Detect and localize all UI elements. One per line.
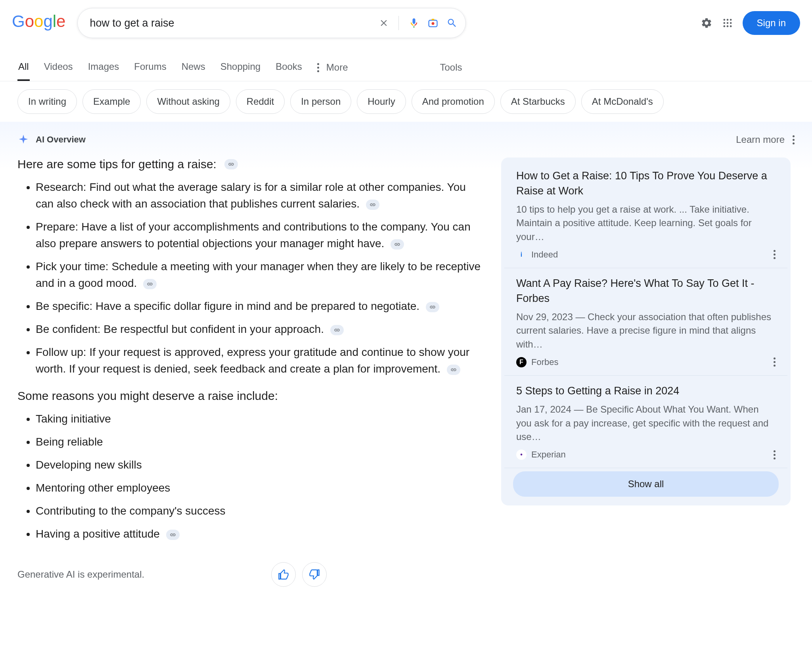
thumbs-up-button[interactable] — [271, 562, 296, 587]
svg-point-1 — [432, 22, 435, 25]
citation-icon[interactable] — [224, 159, 238, 169]
reason-item: Being reliable — [36, 434, 485, 450]
experimental-text: Generative AI is experimental. — [17, 569, 144, 580]
svg-point-11 — [730, 25, 732, 27]
tools-link[interactable]: Tools — [440, 62, 462, 73]
search-icon[interactable] — [446, 17, 458, 29]
tip-item: Prepare: Have a list of your accomplishm… — [36, 219, 485, 252]
ai-overview-section: AI Overview Learn more Here are some tip… — [0, 122, 812, 599]
tab-more[interactable]: More — [316, 54, 349, 81]
source-cards: How to Get a Raise: 10 Tips To Prove You… — [501, 158, 791, 505]
header: Google Sign in — [0, 0, 812, 42]
thumbs-down-button[interactable] — [302, 562, 327, 587]
tab-shopping[interactable]: Shopping — [220, 54, 261, 81]
source-card[interactable]: How to Get a Raise: 10 Tips To Prove You… — [504, 161, 787, 268]
tab-forums[interactable]: Forums — [133, 54, 167, 81]
chip-without-asking[interactable]: Without asking — [146, 89, 230, 114]
chip-in-writing[interactable]: In writing — [17, 89, 77, 114]
chip-in-person[interactable]: In person — [290, 89, 351, 114]
tab-all[interactable]: All — [17, 54, 30, 81]
source-card[interactable]: 5 Steps to Getting a Raise in 2024 Jan 1… — [504, 376, 787, 468]
tab-books[interactable]: Books — [275, 54, 303, 81]
apps-icon[interactable] — [722, 17, 733, 29]
learn-more-link[interactable]: Learn more — [736, 134, 785, 145]
tip-item: Be confident: Be respectful but confiden… — [36, 321, 485, 338]
chip-reddit[interactable]: Reddit — [236, 89, 285, 114]
reason-item: Taking initiative — [36, 411, 485, 427]
card-snippet: Jan 17, 2024 — Be Specific About What Yo… — [516, 403, 776, 444]
svg-point-3 — [723, 19, 725, 21]
svg-point-7 — [726, 22, 728, 24]
tabs-row: AllVideosImagesForumsNewsShoppingBooksMo… — [0, 54, 812, 81]
card-source: Forbes — [531, 357, 558, 367]
citation-icon[interactable] — [391, 239, 404, 250]
card-source: Experian — [531, 450, 566, 460]
tip-item: Research: Find out what the average sala… — [36, 179, 485, 212]
settings-icon[interactable] — [701, 17, 712, 29]
tab-news[interactable]: News — [181, 54, 206, 81]
card-title: How to Get a Raise: 10 Tips To Prove You… — [516, 169, 776, 199]
citation-icon[interactable] — [143, 279, 157, 289]
ai-overview-title: AI Overview — [36, 134, 86, 145]
divider — [398, 16, 399, 30]
source-favicon: F — [516, 357, 527, 367]
svg-point-10 — [726, 25, 728, 27]
svg-rect-2 — [432, 19, 435, 21]
search-icons — [379, 16, 458, 30]
tab-videos[interactable]: Videos — [43, 54, 74, 81]
card-menu-icon[interactable] — [774, 250, 776, 259]
card-menu-icon[interactable] — [774, 450, 776, 459]
svg-point-9 — [723, 25, 725, 27]
reason-item: Having a positive attitude — [36, 526, 485, 542]
show-all-button[interactable]: Show all — [513, 471, 779, 497]
search-box[interactable] — [77, 8, 466, 38]
citation-icon[interactable] — [330, 325, 344, 335]
clear-icon[interactable] — [379, 18, 389, 28]
citation-icon[interactable] — [166, 530, 180, 540]
tip-item: Be specific: Have a specific dollar figu… — [36, 298, 485, 315]
tab-images[interactable]: Images — [87, 54, 120, 81]
reason-item: Contributing to the company's success — [36, 503, 485, 519]
chip-and-promotion[interactable]: And promotion — [412, 89, 495, 114]
card-title: 5 Steps to Getting a Raise in 2024 — [516, 384, 776, 399]
citation-icon[interactable] — [366, 200, 379, 210]
voice-search-icon[interactable] — [408, 17, 419, 29]
ai-reasons-heading: Some reasons you might deserve a raise i… — [17, 389, 485, 403]
sparkle-icon — [17, 134, 29, 146]
ai-intro-heading: Here are some tips for getting a raise: — [17, 158, 485, 171]
tip-item: Pick your time: Schedule a meeting with … — [36, 258, 485, 292]
signin-button[interactable]: Sign in — [743, 11, 800, 35]
search-input[interactable] — [90, 17, 379, 29]
ai-overview-header: AI Overview Learn more — [17, 134, 795, 146]
more-options-icon[interactable] — [793, 135, 795, 144]
svg-point-5 — [730, 19, 732, 21]
card-menu-icon[interactable] — [774, 357, 776, 367]
reasons-list: Taking initiativeBeing reliableDevelopin… — [17, 411, 485, 542]
card-source: Indeed — [531, 250, 558, 260]
card-snippet: Nov 29, 2023 — Check your association th… — [516, 310, 776, 352]
chip-at-starbucks[interactable]: At Starbucks — [500, 89, 576, 114]
svg-point-4 — [726, 19, 728, 21]
header-right: Sign in — [701, 11, 800, 35]
citation-icon[interactable] — [447, 365, 460, 375]
card-title: Want A Pay Raise? Here's What To Say To … — [516, 276, 776, 306]
card-footer: i Indeed — [516, 250, 776, 260]
tabs: AllVideosImagesForumsNewsShoppingBooksMo… — [17, 54, 349, 81]
reason-item: Mentoring other employees — [36, 480, 485, 496]
citation-icon[interactable] — [426, 302, 439, 312]
ai-sources-panel: How to Get a Raise: 10 Tips To Prove You… — [501, 158, 791, 587]
tips-list: Research: Find out what the average sala… — [17, 179, 485, 377]
google-logo[interactable]: Google — [12, 12, 65, 31]
chip-at-mcdonald's[interactable]: At McDonald's — [581, 89, 664, 114]
chip-hourly[interactable]: Hourly — [357, 89, 406, 114]
chip-example[interactable]: Example — [82, 89, 141, 114]
card-snippet: 10 tips to help you get a raise at work.… — [516, 203, 776, 244]
svg-point-6 — [723, 22, 725, 24]
source-favicon: • — [516, 450, 527, 460]
source-card[interactable]: Want A Pay Raise? Here's What To Say To … — [504, 268, 787, 376]
suggestion-chips: In writingExampleWithout askingRedditIn … — [0, 81, 812, 122]
tip-item: Follow up: If your request is approved, … — [36, 344, 485, 377]
card-footer: • Experian — [516, 450, 776, 460]
image-search-icon[interactable] — [427, 17, 439, 29]
card-footer: F Forbes — [516, 357, 776, 367]
